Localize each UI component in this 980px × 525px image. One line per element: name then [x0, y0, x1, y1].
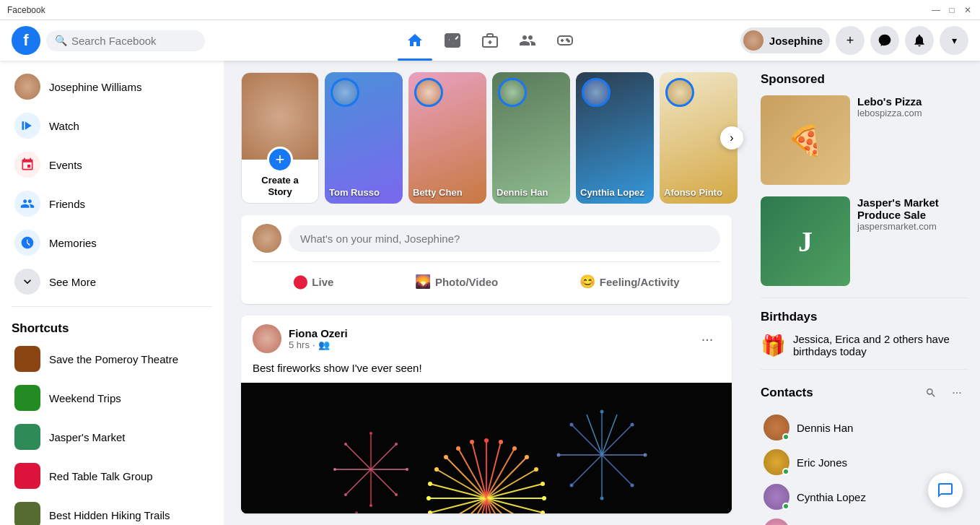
- svg-point-41: [541, 482, 545, 486]
- post-input[interactable]: [289, 225, 720, 252]
- titlebar-title: Facebook: [7, 5, 45, 15]
- svg-point-70: [406, 468, 408, 471]
- sidebar-shortcut-redtable[interactable]: Red Table Talk Group: [6, 457, 218, 495]
- search-bar[interactable]: 🔍: [46, 30, 205, 51]
- svg-point-75: [344, 443, 347, 446]
- svg-point-91: [570, 484, 574, 487]
- nav-gaming-button[interactable]: [548, 23, 582, 58]
- svg-point-68: [369, 432, 372, 435]
- svg-point-36: [484, 438, 489, 443]
- navbar: f 🔍 Josephine +: [0, 20, 980, 61]
- birthday-item: 🎁 Jessica, Erica and 2 others have birth…: [761, 333, 968, 357]
- create-story-card[interactable]: + Create a Story: [241, 72, 319, 204]
- story-name-afonso: Afonso Pinto: [664, 187, 733, 198]
- post-meta: 5 hrs · 👥: [289, 339, 348, 350]
- contact-dennis[interactable]: Dennis Han: [761, 410, 968, 445]
- facebook-logo[interactable]: f: [12, 26, 40, 55]
- ad-lebos-pizza[interactable]: 🍕 Lebo's Pizza lebospizza.com: [761, 95, 968, 185]
- sidebar-item-events[interactable]: Events: [6, 146, 218, 183]
- post-input-row: [253, 224, 720, 253]
- search-input[interactable]: [71, 35, 180, 47]
- shortcut-icon-redtable: [14, 463, 40, 489]
- contact-name-eric: Eric Jones: [797, 456, 847, 469]
- ad-jaspers-market[interactable]: J Jasper's Market Produce Sale jaspersma…: [761, 196, 968, 286]
- story-name-cynthia: Cynthia Lopez: [580, 187, 649, 198]
- svg-point-40: [534, 467, 538, 472]
- dropdown-button[interactable]: ▾: [940, 26, 968, 55]
- svg-point-87: [631, 423, 634, 427]
- contacts-actions: ···: [919, 381, 968, 404]
- sidebar-shortcut-pomeroy[interactable]: Save the Pomeroy Theatre: [6, 340, 218, 378]
- navbar-right: Josephine + ▾: [649, 26, 968, 55]
- sidebar-item-seemore[interactable]: See More: [6, 263, 218, 300]
- contact-avatar-eric: [764, 449, 789, 475]
- contact-name-dennis: Dennis Han: [797, 422, 853, 434]
- messenger-button[interactable]: [870, 26, 899, 55]
- user-chip[interactable]: Josephine: [740, 27, 830, 53]
- sidebar-item-friends[interactable]: Friends: [6, 185, 218, 222]
- nav-home-button[interactable]: [398, 23, 432, 58]
- main-feed: + Create a Story Tom Russo: [224, 61, 749, 525]
- story-avatar-cynthia: [582, 78, 611, 107]
- feed-post-fiona: Fiona Ozeri 5 hrs · 👥 ··· Best fireworks…: [241, 316, 732, 513]
- post-photo-button[interactable]: 🌄 Photo/Video: [403, 268, 509, 295]
- maximize-button[interactable]: □: [947, 5, 957, 15]
- post-feeling-button[interactable]: 😊 Feeling/Activity: [568, 268, 691, 295]
- story-card-tom[interactable]: Tom Russo: [325, 72, 403, 204]
- post-privacy: 👥: [318, 339, 330, 350]
- story-card-betty[interactable]: Betty Chen: [408, 72, 486, 204]
- sidebar-shortcut-weekend[interactable]: Weekend Trips: [6, 379, 218, 417]
- add-button[interactable]: +: [836, 26, 865, 55]
- post-options-button[interactable]: ···: [694, 326, 720, 352]
- ad-image-jaspers: J: [761, 196, 850, 286]
- ad-info-jaspers: Jasper's Market Produce Sale jaspersmark…: [857, 196, 968, 286]
- svg-point-74: [333, 468, 336, 471]
- sidebar-item-memories[interactable]: Memories: [6, 224, 218, 261]
- shortcut-icon-weekend: [14, 385, 40, 411]
- close-button[interactable]: ✕: [963, 5, 973, 15]
- contacts-more-button[interactable]: ···: [945, 381, 968, 404]
- story-avatar-afonso: [665, 78, 694, 107]
- shortcut-label-hiking: Best Hidden Hiking Trails: [49, 509, 170, 521]
- nav-groups-button[interactable]: [510, 23, 545, 58]
- contacts-search-button[interactable]: [919, 381, 942, 404]
- notifications-button[interactable]: [905, 26, 934, 55]
- nav-watch-button[interactable]: [435, 23, 470, 58]
- contact-betty[interactable]: Betty Chen: [761, 514, 968, 525]
- sponsored-header: Sponsored: [761, 72, 968, 87]
- sidebar-shortcut-hiking[interactable]: Best Hidden Hiking Trails: [6, 496, 218, 525]
- shortcut-label-jasper: Jasper's Market: [49, 431, 125, 443]
- story-card-dennis[interactable]: Dennis Han: [492, 72, 570, 204]
- sidebar-seemore-label: See More: [49, 276, 96, 288]
- sidebar-events-label: Events: [49, 159, 82, 171]
- post-box: ⬤ Live 🌄 Photo/Video 😊 Feeling/Activity: [241, 215, 732, 304]
- online-indicator-dennis: [782, 433, 789, 441]
- events-icon: [14, 152, 40, 178]
- birthday-icon: 🎁: [761, 334, 786, 357]
- feeling-icon: 😊: [579, 274, 595, 290]
- search-icon: 🔍: [55, 35, 67, 46]
- svg-point-92: [557, 454, 561, 457]
- svg-point-88: [644, 454, 647, 457]
- stories-next-button[interactable]: ›: [720, 126, 743, 149]
- stories-row: + Create a Story Tom Russo: [241, 72, 732, 204]
- sidebar-item-user[interactable]: Josephine Williams: [6, 68, 218, 105]
- main-layout: Josephine Williams Watch Events Friends: [0, 61, 980, 525]
- chat-bubble-button[interactable]: [928, 473, 963, 508]
- seemore-icon: [14, 269, 40, 295]
- sidebar-shortcut-jasper[interactable]: Jasper's Market: [6, 418, 218, 456]
- minimize-button[interactable]: —: [931, 5, 941, 15]
- post-live-button[interactable]: ⬤ Live: [281, 268, 345, 295]
- memories-icon: [14, 230, 40, 256]
- svg-point-38: [512, 446, 517, 451]
- nav-marketplace-button[interactable]: [473, 23, 507, 58]
- post-fireworks-image: [241, 383, 732, 513]
- story-card-cynthia[interactable]: Cynthia Lopez: [576, 72, 654, 204]
- contacts-header: Contacts ···: [761, 381, 968, 404]
- sidebar-item-watch[interactable]: Watch: [6, 107, 218, 144]
- svg-point-37: [499, 440, 503, 444]
- ad-name-jaspers: Jasper's Market Produce Sale: [857, 196, 968, 221]
- svg-marker-8: [25, 121, 32, 130]
- sidebar: Josephine Williams Watch Events Friends: [0, 61, 224, 525]
- photo-icon: 🌄: [415, 274, 431, 290]
